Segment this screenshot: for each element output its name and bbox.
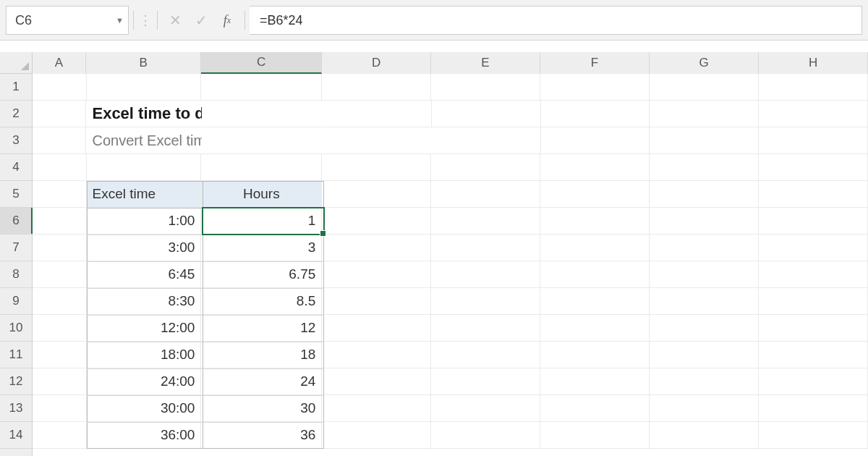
- cell[interactable]: [650, 342, 759, 368]
- cell[interactable]: [202, 127, 323, 154]
- col-header-a[interactable]: A: [33, 52, 87, 74]
- cell-hours[interactable]: 18: [201, 342, 322, 368]
- cell[interactable]: [431, 288, 540, 315]
- cell-hours[interactable]: 30: [201, 395, 322, 422]
- cell[interactable]: [650, 368, 759, 395]
- cell[interactable]: [650, 422, 759, 449]
- cell[interactable]: [650, 208, 759, 235]
- cell[interactable]: [323, 101, 432, 127]
- cell[interactable]: [540, 288, 650, 315]
- cell[interactable]: [431, 422, 540, 449]
- row-header[interactable]: 10: [0, 315, 32, 342]
- cell[interactable]: [322, 395, 431, 422]
- row-header[interactable]: 14: [0, 422, 32, 449]
- cell[interactable]: [431, 261, 540, 288]
- cell[interactable]: [650, 127, 759, 154]
- cell[interactable]: [33, 315, 87, 342]
- col-header-e[interactable]: E: [431, 52, 540, 74]
- cell[interactable]: [33, 395, 87, 422]
- cell[interactable]: [759, 74, 868, 101]
- cell[interactable]: [650, 154, 759, 181]
- col-header-d[interactable]: D: [322, 52, 431, 74]
- cell[interactable]: [33, 74, 87, 101]
- cell[interactable]: [541, 127, 650, 154]
- table-header-time[interactable]: Excel time: [87, 181, 202, 208]
- col-header-h[interactable]: H: [759, 52, 868, 74]
- cell-time[interactable]: 6:45: [87, 261, 202, 288]
- name-box-dropdown-icon[interactable]: ▼: [116, 16, 124, 25]
- cell[interactable]: [431, 368, 540, 395]
- cell[interactable]: [33, 208, 87, 235]
- cell[interactable]: [431, 342, 540, 368]
- cell[interactable]: [87, 154, 202, 181]
- cell[interactable]: [322, 235, 431, 261]
- cell[interactable]: [541, 101, 650, 127]
- cell-time[interactable]: 30:00: [87, 395, 202, 422]
- page-title[interactable]: Excel time to decimal hours: [86, 101, 202, 127]
- row-header[interactable]: 3: [0, 127, 32, 154]
- cell-time[interactable]: 18:00: [87, 342, 202, 368]
- name-box[interactable]: C6 ▼: [6, 6, 129, 35]
- cell[interactable]: [323, 127, 432, 154]
- cell[interactable]: [322, 74, 431, 101]
- row-header[interactable]: 9: [0, 288, 32, 315]
- cell[interactable]: [432, 127, 541, 154]
- cell[interactable]: [540, 235, 650, 261]
- cell[interactable]: [540, 422, 650, 449]
- cell-hours[interactable]: 3: [201, 235, 322, 261]
- cell[interactable]: [650, 181, 759, 208]
- cell[interactable]: [33, 288, 87, 315]
- cell-hours[interactable]: 6.75: [201, 261, 322, 288]
- cell-hours[interactable]: 36: [201, 422, 322, 449]
- cell-time[interactable]: 12:00: [87, 315, 202, 342]
- row-header[interactable]: 1: [0, 74, 32, 101]
- cell[interactable]: [540, 74, 650, 101]
- cell[interactable]: [540, 315, 650, 342]
- cell[interactable]: [650, 74, 759, 101]
- insert-function-button[interactable]: fx: [214, 6, 240, 35]
- cell[interactable]: [759, 208, 868, 235]
- cell[interactable]: [540, 368, 650, 395]
- page-subtitle[interactable]: Convert Excel time values to decimal hou…: [86, 127, 202, 154]
- cell-time[interactable]: 8:30: [87, 288, 202, 315]
- cell[interactable]: [87, 74, 202, 101]
- cell[interactable]: [322, 342, 431, 368]
- cell[interactable]: [759, 235, 868, 261]
- cell[interactable]: [322, 422, 431, 449]
- select-all-button[interactable]: [0, 52, 33, 74]
- cell[interactable]: [431, 395, 540, 422]
- cell[interactable]: [33, 422, 87, 449]
- cell[interactable]: [33, 127, 86, 154]
- grid-cells[interactable]: Excel time to decimal hours Convert Exce…: [33, 74, 868, 456]
- cell[interactable]: [431, 74, 540, 101]
- row-header[interactable]: 4: [0, 154, 32, 181]
- row-header[interactable]: 6: [0, 208, 32, 235]
- cell[interactable]: [540, 208, 650, 235]
- cell[interactable]: [431, 208, 540, 235]
- row-header[interactable]: 2: [0, 101, 32, 127]
- row-header[interactable]: 7: [0, 235, 32, 261]
- cell[interactable]: [759, 368, 868, 395]
- cell[interactable]: [759, 395, 868, 422]
- cell[interactable]: [201, 74, 322, 101]
- formula-input[interactable]: =B6*24: [250, 6, 862, 35]
- cell[interactable]: [322, 315, 431, 342]
- cell[interactable]: [650, 288, 759, 315]
- cell-hours[interactable]: 8.5: [201, 288, 322, 315]
- table-header-hours[interactable]: Hours: [201, 181, 322, 208]
- cell[interactable]: [33, 235, 87, 261]
- cell[interactable]: [431, 235, 540, 261]
- cell[interactable]: [322, 208, 431, 235]
- cell-hours[interactable]: 24: [201, 368, 322, 395]
- cell[interactable]: [431, 315, 540, 342]
- cell[interactable]: [33, 261, 87, 288]
- cell[interactable]: [759, 422, 868, 449]
- col-header-c[interactable]: C: [201, 52, 322, 74]
- cell[interactable]: [431, 154, 540, 181]
- col-header-b[interactable]: B: [86, 52, 201, 74]
- cell[interactable]: [33, 101, 86, 127]
- cell[interactable]: [650, 101, 759, 127]
- cell-hours[interactable]: 12: [201, 315, 322, 342]
- cell-time[interactable]: 1:00: [87, 208, 202, 235]
- cell[interactable]: [33, 154, 87, 181]
